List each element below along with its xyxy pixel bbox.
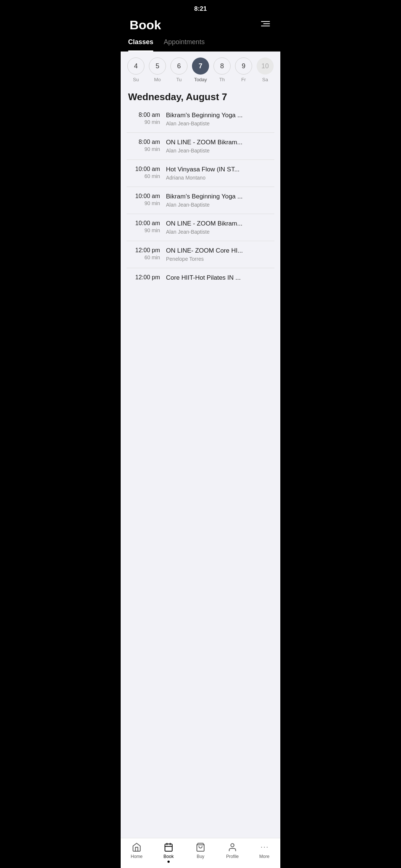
calendar-day-9[interactable]: 9 Fr [234,57,253,82]
day-label-4: Su [133,77,139,82]
class-item-5[interactable]: 12:00 pm 60 min ON LINE- ZOOM Core HI...… [127,241,274,268]
nav-item-more[interactable]: More [248,842,280,859]
classes-list: 8:00 am 90 min Bikram's Beginning Yoga .… [121,106,280,838]
class-info-1: ON LINE - ZOOM Bikram... Alan Jean-Bapti… [166,139,274,154]
status-time: 8:21 [194,5,207,13]
class-item-2[interactable]: 10:00 am 60 min Hot Vinyasa Flow (IN ST.… [127,160,274,187]
class-time-6: 12:00 pm [127,274,160,282]
svg-point-8 [267,847,268,848]
bottom-nav: Home Book Buy [121,838,280,868]
header: Book [121,15,280,38]
buy-icon [195,842,206,852]
book-icon [163,842,174,852]
nav-label-profile: Profile [226,854,239,859]
header-title: Book [130,18,161,32]
class-item-1[interactable]: 8:00 am 90 min ON LINE - ZOOM Bikram... … [127,133,274,160]
svg-point-5 [231,844,234,847]
calendar-day-4[interactable]: 4 Su [127,57,145,82]
calendar-strip: 4 Su 5 Mo 6 Tu 7 Today 8 Th [121,52,280,85]
class-item-4[interactable]: 10:00 am 90 min ON LINE - ZOOM Bikram...… [127,214,274,241]
calendar-day-7[interactable]: 7 Today [191,57,210,82]
day-number-6: 6 [170,57,188,75]
day-label-5: Mo [154,77,161,82]
calendar-day-6[interactable]: 6 Tu [170,57,188,82]
tab-appointments[interactable]: Appointments [164,38,205,51]
class-info-6: Core HIIT-Hot Pilates IN ... [166,274,274,283]
day-label-10: Sa [262,77,268,82]
day-label-9: Fr [241,77,246,82]
day-number-10: 10 [257,57,274,75]
nav-item-profile[interactable]: Profile [216,842,248,859]
class-info-2: Hot Vinyasa Flow (IN ST... Adriana Monta… [166,166,274,181]
date-heading-text: Wednesday, August 7 [128,91,227,102]
class-info-3: Bikram's Beginning Yoga ... Alan Jean-Ba… [166,193,274,208]
home-icon [131,842,142,852]
class-info-0: Bikram's Beginning Yoga ... Alan Jean-Ba… [166,112,274,126]
day-number-8: 8 [213,57,231,75]
nav-label-more: More [259,854,269,859]
filter-button[interactable] [261,21,271,29]
class-time-1: 8:00 am 90 min [127,139,160,152]
class-time-5: 12:00 pm 60 min [127,247,160,260]
date-heading: Wednesday, August 7 [121,85,280,106]
class-info-5: ON LINE- ZOOM Core HI... Penelope Torres [166,247,274,262]
nav-item-book[interactable]: Book [153,842,185,859]
tab-classes[interactable]: Classes [128,38,153,51]
nav-item-buy[interactable]: Buy [185,842,216,859]
main-content: 4 Su 5 Mo 6 Tu 7 Today 8 Th [121,52,280,838]
day-number-4: 4 [127,57,144,75]
calendar-day-5[interactable]: 5 Mo [148,57,167,82]
day-label-6: Tu [176,77,182,82]
nav-label-book: Book [163,854,173,859]
calendar-day-8[interactable]: 8 Th [213,57,231,82]
class-time-4: 10:00 am 90 min [127,220,160,233]
class-time-3: 10:00 am 90 min [127,193,160,206]
day-label-7: Today [194,77,207,82]
class-info-4: ON LINE - ZOOM Bikram... Alan Jean-Bapti… [166,220,274,235]
class-time-0: 8:00 am 90 min [127,112,160,125]
class-item-0[interactable]: 8:00 am 90 min Bikram's Beginning Yoga .… [127,106,274,133]
nav-item-home[interactable]: Home [121,842,153,859]
svg-point-7 [264,847,265,848]
day-label-8: Th [219,77,225,82]
class-item-3[interactable]: 10:00 am 90 min Bikram's Beginning Yoga … [127,187,274,214]
class-time-2: 10:00 am 60 min [127,166,160,179]
calendar-day-10[interactable]: 10 Sa [256,57,274,82]
profile-icon [227,842,238,852]
nav-label-buy: Buy [197,854,205,859]
svg-point-6 [261,847,262,848]
day-number-7: 7 [192,57,209,75]
svg-rect-0 [165,844,172,851]
status-bar: 8:21 [121,0,280,15]
class-item-6[interactable]: 12:00 pm Core HIIT-Hot Pilates IN ... [127,268,274,289]
tabs-bar: Classes Appointments [121,38,280,52]
day-number-5: 5 [149,57,166,75]
more-icon [259,842,270,852]
day-number-9: 9 [235,57,252,75]
nav-label-home: Home [131,854,143,859]
